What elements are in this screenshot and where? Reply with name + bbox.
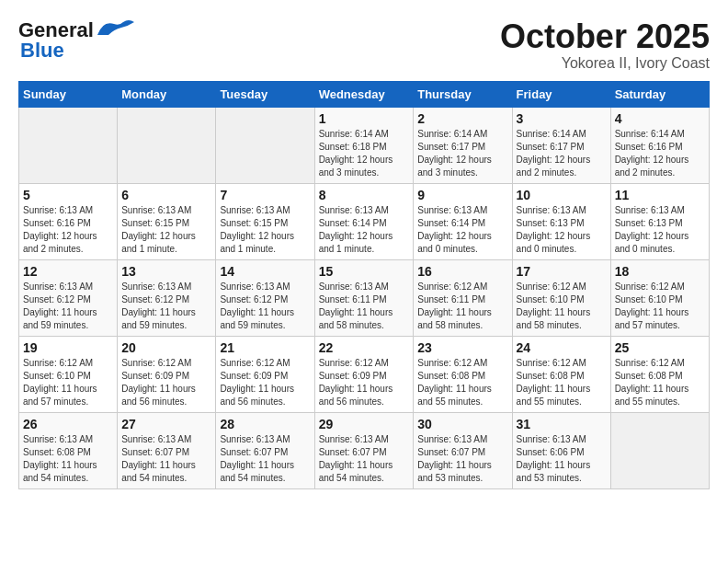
day-number: 3: [517, 111, 607, 126]
day-number: 31: [517, 417, 607, 431]
calendar-cell: 8Sunrise: 6:13 AM Sunset: 6:14 PM Daylig…: [314, 183, 414, 259]
day-number: 24: [517, 340, 607, 355]
day-number: 13: [121, 264, 211, 279]
calendar-cell: 14Sunrise: 6:13 AM Sunset: 6:12 PM Dayli…: [216, 259, 314, 336]
weekday-thursday: Thursday: [414, 81, 512, 107]
calendar-cell: 11Sunrise: 6:13 AM Sunset: 6:13 PM Dayli…: [610, 183, 709, 259]
day-info: Sunrise: 6:12 AM Sunset: 6:09 PM Dayligh…: [121, 357, 211, 408]
day-number: 4: [615, 111, 705, 126]
weekday-header-row: SundayMondayTuesdayWednesdayThursdayFrid…: [19, 81, 710, 107]
calendar-cell: 31Sunrise: 6:13 AM Sunset: 6:06 PM Dayli…: [512, 412, 610, 488]
weekday-sunday: Sunday: [19, 81, 118, 107]
logo-blue: Blue: [18, 39, 64, 63]
weekday-monday: Monday: [118, 81, 216, 107]
day-info: Sunrise: 6:12 AM Sunset: 6:09 PM Dayligh…: [220, 357, 310, 408]
day-info: Sunrise: 6:12 AM Sunset: 6:10 PM Dayligh…: [517, 281, 607, 332]
day-number: 8: [319, 188, 410, 202]
day-number: 1: [319, 111, 410, 126]
day-number: 30: [417, 417, 507, 431]
day-info: Sunrise: 6:13 AM Sunset: 6:07 PM Dayligh…: [319, 433, 410, 485]
calendar-cell: 16Sunrise: 6:12 AM Sunset: 6:11 PM Dayli…: [414, 259, 512, 336]
logo: General Blue: [18, 18, 136, 63]
day-info: Sunrise: 6:13 AM Sunset: 6:15 PM Dayligh…: [121, 204, 211, 256]
day-info: Sunrise: 6:14 AM Sunset: 6:17 PM Dayligh…: [417, 128, 507, 179]
day-info: Sunrise: 6:14 AM Sunset: 6:16 PM Dayligh…: [615, 128, 705, 179]
calendar-cell: 10Sunrise: 6:13 AM Sunset: 6:13 PM Dayli…: [512, 183, 610, 259]
day-info: Sunrise: 6:12 AM Sunset: 6:11 PM Dayligh…: [417, 281, 507, 332]
calendar-cell: 13Sunrise: 6:13 AM Sunset: 6:12 PM Dayli…: [118, 259, 216, 336]
month-title: October 2025: [500, 18, 710, 55]
location: Yokorea II, Ivory Coast: [500, 55, 710, 72]
day-number: 7: [220, 188, 310, 202]
day-info: Sunrise: 6:13 AM Sunset: 6:07 PM Dayligh…: [417, 433, 507, 485]
day-info: Sunrise: 6:12 AM Sunset: 6:08 PM Dayligh…: [517, 357, 607, 408]
day-info: Sunrise: 6:13 AM Sunset: 6:15 PM Dayligh…: [220, 204, 310, 256]
day-number: 16: [417, 264, 507, 279]
calendar-cell: 17Sunrise: 6:12 AM Sunset: 6:10 PM Dayli…: [512, 259, 610, 336]
calendar-cell: [118, 107, 216, 183]
calendar-cell: 4Sunrise: 6:14 AM Sunset: 6:16 PM Daylig…: [610, 107, 709, 183]
day-number: 6: [121, 188, 211, 202]
calendar-cell: [216, 107, 314, 183]
title-section: October 2025 Yokorea II, Ivory Coast: [500, 18, 710, 72]
day-number: 27: [121, 417, 211, 431]
calendar-cell: 6Sunrise: 6:13 AM Sunset: 6:15 PM Daylig…: [118, 183, 216, 259]
day-info: Sunrise: 6:13 AM Sunset: 6:08 PM Dayligh…: [23, 433, 113, 485]
day-info: Sunrise: 6:12 AM Sunset: 6:08 PM Dayligh…: [417, 357, 507, 408]
day-info: Sunrise: 6:13 AM Sunset: 6:07 PM Dayligh…: [121, 433, 211, 485]
calendar-cell: 30Sunrise: 6:13 AM Sunset: 6:07 PM Dayli…: [414, 412, 512, 488]
calendar-cell: 7Sunrise: 6:13 AM Sunset: 6:15 PM Daylig…: [216, 183, 314, 259]
day-number: 29: [319, 417, 410, 431]
calendar-cell: 18Sunrise: 6:12 AM Sunset: 6:10 PM Dayli…: [610, 259, 709, 336]
calendar-cell: 29Sunrise: 6:13 AM Sunset: 6:07 PM Dayli…: [314, 412, 414, 488]
page-header: General Blue October 2025 Yokorea II, Iv…: [18, 18, 710, 72]
day-info: Sunrise: 6:13 AM Sunset: 6:11 PM Dayligh…: [319, 281, 410, 332]
day-info: Sunrise: 6:13 AM Sunset: 6:14 PM Dayligh…: [319, 204, 410, 256]
calendar-cell: 1Sunrise: 6:14 AM Sunset: 6:18 PM Daylig…: [314, 107, 414, 183]
day-info: Sunrise: 6:12 AM Sunset: 6:08 PM Dayligh…: [615, 357, 705, 408]
week-row-3: 12Sunrise: 6:13 AM Sunset: 6:12 PM Dayli…: [19, 259, 710, 336]
weekday-tuesday: Tuesday: [216, 81, 314, 107]
calendar-cell: 12Sunrise: 6:13 AM Sunset: 6:12 PM Dayli…: [19, 259, 118, 336]
day-info: Sunrise: 6:14 AM Sunset: 6:18 PM Dayligh…: [319, 128, 410, 179]
calendar-cell: 24Sunrise: 6:12 AM Sunset: 6:08 PM Dayli…: [512, 336, 610, 412]
day-info: Sunrise: 6:13 AM Sunset: 6:14 PM Dayligh…: [417, 204, 507, 256]
weekday-friday: Friday: [512, 81, 610, 107]
calendar-cell: 5Sunrise: 6:13 AM Sunset: 6:16 PM Daylig…: [19, 183, 118, 259]
calendar-cell: 28Sunrise: 6:13 AM Sunset: 6:07 PM Dayli…: [216, 412, 314, 488]
day-number: 20: [121, 340, 211, 355]
day-number: 11: [615, 188, 705, 202]
day-number: 17: [517, 264, 607, 279]
calendar-cell: 21Sunrise: 6:12 AM Sunset: 6:09 PM Dayli…: [216, 336, 314, 412]
day-info: Sunrise: 6:13 AM Sunset: 6:13 PM Dayligh…: [517, 204, 607, 256]
week-row-2: 5Sunrise: 6:13 AM Sunset: 6:16 PM Daylig…: [19, 183, 710, 259]
day-number: 22: [319, 340, 410, 355]
calendar-cell: 23Sunrise: 6:12 AM Sunset: 6:08 PM Dayli…: [414, 336, 512, 412]
day-info: Sunrise: 6:14 AM Sunset: 6:17 PM Dayligh…: [517, 128, 607, 179]
day-info: Sunrise: 6:13 AM Sunset: 6:12 PM Dayligh…: [220, 281, 310, 332]
calendar-cell: 3Sunrise: 6:14 AM Sunset: 6:17 PM Daylig…: [512, 107, 610, 183]
day-info: Sunrise: 6:13 AM Sunset: 6:07 PM Dayligh…: [220, 433, 310, 485]
weekday-wednesday: Wednesday: [314, 81, 414, 107]
calendar-cell: 22Sunrise: 6:12 AM Sunset: 6:09 PM Dayli…: [314, 336, 414, 412]
day-info: Sunrise: 6:13 AM Sunset: 6:13 PM Dayligh…: [615, 204, 705, 256]
day-number: 2: [417, 111, 507, 126]
calendar-cell: 19Sunrise: 6:12 AM Sunset: 6:10 PM Dayli…: [19, 336, 118, 412]
day-number: 23: [417, 340, 507, 355]
day-number: 28: [220, 417, 310, 431]
day-info: Sunrise: 6:12 AM Sunset: 6:09 PM Dayligh…: [319, 357, 410, 408]
day-info: Sunrise: 6:13 AM Sunset: 6:12 PM Dayligh…: [23, 281, 113, 332]
day-number: 26: [23, 417, 113, 431]
calendar-cell: 20Sunrise: 6:12 AM Sunset: 6:09 PM Dayli…: [118, 336, 216, 412]
day-number: 14: [220, 264, 310, 279]
day-number: 18: [615, 264, 705, 279]
calendar-cell: 9Sunrise: 6:13 AM Sunset: 6:14 PM Daylig…: [414, 183, 512, 259]
day-info: Sunrise: 6:13 AM Sunset: 6:12 PM Dayligh…: [121, 281, 211, 332]
day-number: 21: [220, 340, 310, 355]
calendar-cell: 25Sunrise: 6:12 AM Sunset: 6:08 PM Dayli…: [610, 336, 709, 412]
day-info: Sunrise: 6:13 AM Sunset: 6:06 PM Dayligh…: [517, 433, 607, 485]
day-number: 10: [517, 188, 607, 202]
calendar-cell: 26Sunrise: 6:13 AM Sunset: 6:08 PM Dayli…: [19, 412, 118, 488]
calendar-cell: 2Sunrise: 6:14 AM Sunset: 6:17 PM Daylig…: [414, 107, 512, 183]
day-number: 9: [417, 188, 507, 202]
